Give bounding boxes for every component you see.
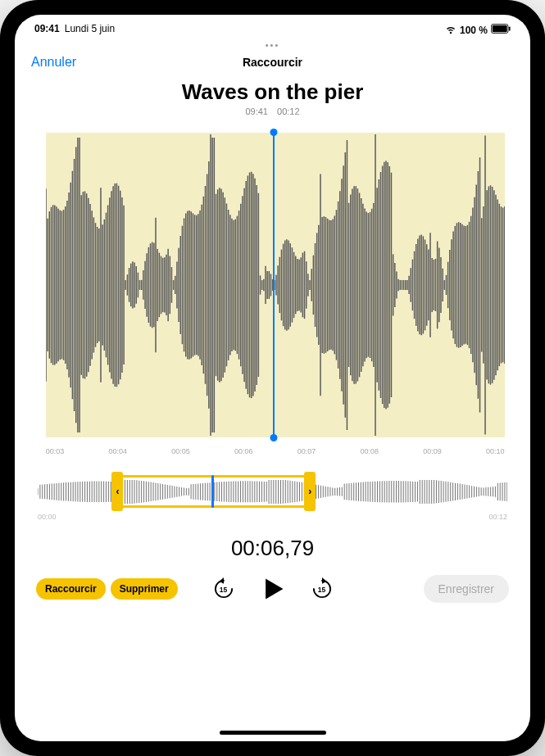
playhead[interactable] — [273, 133, 275, 437]
trimmer[interactable]: ‹ › — [38, 472, 507, 511]
trim-playhead[interactable] — [211, 475, 214, 508]
delete-button[interactable]: Supprimer — [111, 578, 178, 600]
trim-handle-right[interactable]: › — [304, 472, 316, 511]
timecode: 00:06,79 — [15, 536, 530, 561]
svg-rect-1 — [493, 25, 507, 33]
svg-rect-2 — [509, 26, 511, 30]
app-header: Annuler Raccourcir — [15, 52, 530, 75]
ruler-tick: 00:04 — [108, 447, 127, 455]
ruler-tick: 00:10 — [486, 447, 505, 455]
trim-handle-left[interactable]: ‹ — [111, 472, 123, 511]
grabber-icon[interactable]: ••• — [15, 40, 530, 52]
skip-forward-button[interactable]: 15 — [309, 576, 335, 602]
waveform-area[interactable]: 00:0300:0400:0500:0600:0700:0800:0900:10 — [15, 128, 530, 455]
cancel-button[interactable]: Annuler — [31, 55, 76, 70]
time-ruler: 00:0300:0400:0500:0600:0700:0800:0900:10 — [46, 447, 505, 455]
home-indicator[interactable] — [220, 731, 326, 735]
play-button[interactable] — [260, 576, 286, 602]
save-button[interactable]: Enregistrer — [424, 575, 509, 603]
status-bar: 09:41 Lundi 5 juin 100 % — [15, 15, 530, 40]
play-icon — [260, 575, 286, 603]
controls-row: Raccourcir Supprimer 15 15 Enregistrer — [15, 561, 530, 602]
trim-button[interactable]: Raccourcir — [36, 578, 106, 600]
screen: 09:41 Lundi 5 juin 100 % ••• Annuler Rac… — [15, 15, 530, 741]
skip-back-button[interactable]: 15 — [211, 576, 237, 602]
battery-icon — [491, 24, 511, 36]
header-mode-title: Raccourcir — [243, 56, 302, 69]
ruler-tick: 00:07 — [297, 447, 316, 455]
status-date: Lundi 5 juin — [65, 23, 115, 37]
recording-title-section: Waves on the pier 09:41 00:12 — [15, 75, 530, 120]
recording-meta: 09:41 00:12 — [15, 106, 530, 116]
recording-title: Waves on the pier — [15, 79, 530, 105]
ruler-tick: 00:08 — [360, 447, 379, 455]
recording-meta-duration: 00:12 — [277, 106, 300, 116]
skip-forward-amount: 15 — [318, 586, 325, 594]
battery-percent: 100 % — [460, 25, 488, 36]
wifi-icon — [445, 23, 456, 37]
waveform-icon — [46, 133, 505, 437]
ruler-tick: 00:06 — [234, 447, 253, 455]
trim-ruler-start: 00:00 — [38, 513, 57, 521]
ruler-tick: 00:03 — [46, 447, 65, 455]
trim-ruler-end: 00:12 — [488, 513, 507, 521]
skip-back-amount: 15 — [220, 586, 227, 594]
recording-meta-time: 09:41 — [245, 106, 268, 116]
ipad-frame: 09:41 Lundi 5 juin 100 % ••• Annuler Rac… — [0, 0, 545, 756]
ruler-tick: 00:05 — [171, 447, 190, 455]
ruler-tick: 00:09 — [423, 447, 442, 455]
trim-ruler: 00:00 00:12 — [38, 511, 507, 521]
status-time: 09:41 — [34, 23, 60, 37]
